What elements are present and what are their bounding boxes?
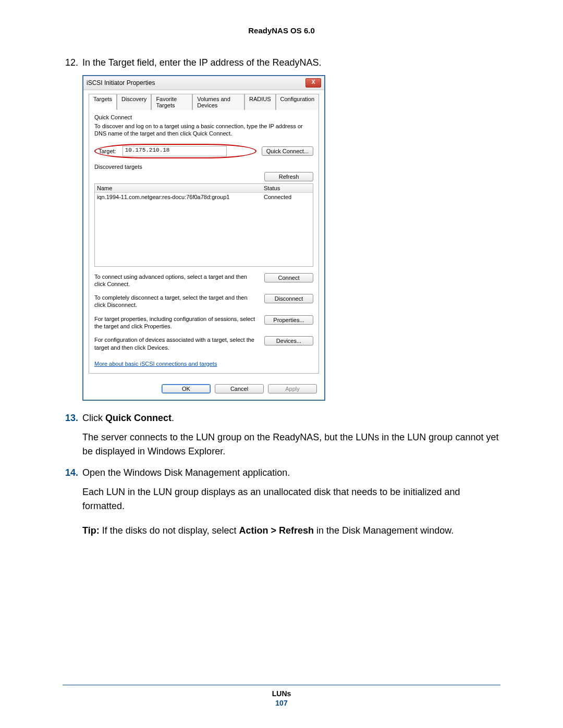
action-devices-text: For configuration of devices associated … (94, 336, 259, 351)
connect-button[interactable]: Connect (264, 273, 313, 282)
iscsi-dialog: iSCSI Initiator Properties X Targets Dis… (82, 75, 325, 401)
footer-page-number: 107 (63, 699, 500, 707)
table-header: Name Status (95, 184, 313, 193)
quick-connect-label: Quick Connect (94, 114, 313, 120)
target-label: Target: (99, 148, 116, 154)
row-status: Connected (264, 194, 311, 200)
doc-header: ReadyNAS OS 6.0 (63, 26, 500, 35)
step-13-num: 13. (63, 411, 82, 425)
footer-section: LUNs (63, 689, 500, 698)
action-connect-text: To connect using advanced options, selec… (94, 273, 259, 288)
tip-pre: If the disks do not display, select (100, 525, 239, 536)
table-row[interactable]: iqn.1994-11.com.netgear:res-docu:76f0a78… (95, 193, 313, 201)
tab-body: Quick Connect To discover and log on to … (89, 109, 319, 374)
page-footer: LUNs 107 (63, 685, 500, 707)
step-14-text: Open the Windows Disk Management applica… (82, 466, 500, 480)
tip: Tip: If the disks do not display, select… (82, 524, 500, 538)
cancel-button[interactable]: Cancel (215, 384, 264, 393)
col-status: Status (264, 185, 311, 191)
step-12-num: 12. (63, 56, 82, 70)
tip-bold: Action > Refresh (239, 525, 314, 536)
target-input[interactable]: 10.175.210.18 (123, 146, 227, 156)
properties-button[interactable]: Properties... (264, 315, 313, 325)
devices-button[interactable]: Devices... (264, 336, 313, 346)
step-13: 13. Click Quick Connect. (63, 411, 500, 425)
tab-configuration[interactable]: Configuration (276, 94, 319, 110)
step-13-text: Click Quick Connect. (82, 411, 500, 425)
more-link[interactable]: More about basic iSCSI connections and t… (94, 361, 217, 367)
dialog-footer: OK Cancel Apply (83, 379, 324, 400)
discovered-targets-label: Discovered targets (94, 164, 313, 170)
step-13-pre: Click (82, 413, 105, 423)
action-properties-text: For target properties, including configu… (94, 315, 259, 330)
step-13-post: . (172, 413, 174, 423)
action-disconnect: To completely disconnect a target, selec… (94, 294, 313, 309)
tab-favorite-targets[interactable]: Favorite Targets (151, 94, 192, 110)
step-14: 14. Open the Windows Disk Management app… (63, 466, 500, 480)
step-12-text: In the Target field, enter the IP addres… (82, 56, 500, 70)
dialog-title-bar: iSCSI Initiator Properties X (83, 76, 324, 90)
tab-volumes-devices[interactable]: Volumes and Devices (192, 94, 244, 110)
tab-radius[interactable]: RADIUS (244, 94, 276, 110)
ok-button[interactable]: OK (162, 384, 211, 393)
refresh-button[interactable]: Refresh (264, 172, 313, 181)
action-properties: For target properties, including configu… (94, 315, 313, 330)
step-13-bold: Quick Connect (105, 413, 172, 423)
quick-connect-desc: To discover and log on to a target using… (94, 122, 313, 138)
tip-post: in the Disk Management window. (314, 525, 454, 536)
row-name: iqn.1994-11.com.netgear:res-docu:76f0a78… (97, 194, 264, 200)
tab-targets[interactable]: Targets (89, 94, 117, 110)
step-13-sub: The server connects to the LUN group on … (82, 430, 500, 459)
discovered-targets-table: Name Status iqn.1994-11.com.netgear:res-… (94, 183, 313, 267)
close-icon[interactable]: X (305, 78, 321, 88)
disconnect-button[interactable]: Disconnect (264, 294, 313, 303)
action-devices: For configuration of devices associated … (94, 336, 313, 351)
step-14-num: 14. (63, 466, 82, 480)
col-name: Name (97, 185, 264, 191)
step-14-sub: Each LUN in the LUN group displays as an… (82, 485, 500, 513)
tab-discovery[interactable]: Discovery (117, 94, 151, 110)
dialog-tabs: Targets Discovery Favorite Targets Volum… (89, 93, 319, 109)
tip-label: Tip: (82, 525, 100, 536)
quick-connect-button[interactable]: Quick Connect... (262, 146, 313, 156)
action-disconnect-text: To completely disconnect a target, selec… (94, 294, 259, 309)
apply-button[interactable]: Apply (268, 384, 317, 393)
action-connect: To connect using advanced options, selec… (94, 273, 313, 288)
target-row: Target: 10.175.210.18 Quick Connect... (94, 144, 313, 158)
target-highlight-oval: Target: 10.175.210.18 (94, 144, 256, 158)
step-12: 12. In the Target field, enter the IP ad… (63, 56, 500, 70)
dialog-title: iSCSI Initiator Properties (87, 79, 155, 87)
